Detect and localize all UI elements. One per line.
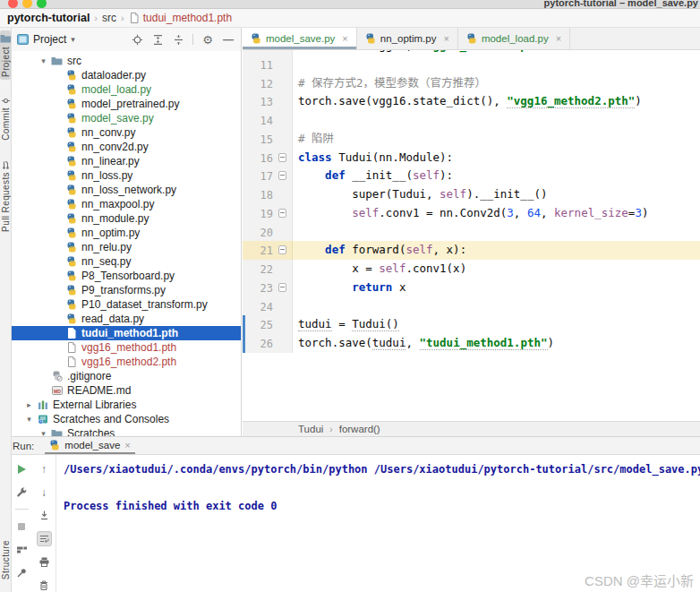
close-icon[interactable]: × — [443, 33, 448, 44]
code-line-19[interactable]: 19 self.conv1 = nn.Conv2d(3, 64, kernel_… — [243, 204, 700, 223]
code-line-22[interactable]: 22 x = self.conv1(x) — [243, 260, 700, 279]
down-the-stack-trace-icon[interactable]: ↓ — [37, 485, 52, 500]
fold-marker-icon[interactable] — [278, 209, 286, 218]
project-panel-title[interactable]: Project — [33, 33, 66, 46]
tree-item-scratches[interactable]: ▾Scratches — [12, 426, 241, 436]
chevron-down-icon[interactable]: ▾ — [37, 56, 50, 65]
tree-item-tudui-method1-pth[interactable]: tudui_method1.pth — [12, 326, 241, 340]
close-window-button[interactable] — [8, 0, 18, 8]
code-line-12[interactable]: 12# 保存方式2，模型参数（官方推荐） — [243, 74, 700, 93]
code-line-15[interactable]: 15# 陷阱 — [243, 130, 700, 149]
tree-item-vgg16-method1-pth[interactable]: vgg16_method1.pth — [12, 340, 241, 355]
tab-model-save-py[interactable]: model_save.py× — [243, 28, 357, 49]
chevron-down-icon[interactable]: ▾ — [22, 415, 36, 424]
tree-item-nn-loss-py[interactable]: nn_loss.py — [12, 168, 241, 183]
chevron-down-icon[interactable]: ▾ — [37, 429, 50, 436]
breadcrumb-item-pytorch-tutorial[interactable]: pytorch-tutorial — [7, 12, 90, 24]
project-panel-icon — [17, 34, 29, 45]
console-line-2 — [64, 479, 700, 498]
code-line-26[interactable]: 26torch.save(tudui, "tudui_method1.pth") — [243, 334, 700, 353]
code-line-17[interactable]: 17 def __init__(self): — [243, 167, 700, 185]
tree-item-nn-maxpool-py[interactable]: nn_maxpool.py — [12, 197, 241, 211]
code-line-21[interactable]: 21 def forward(self, x): — [243, 241, 700, 260]
locate-file-icon[interactable] — [131, 33, 143, 46]
gutter-line-23: 23 — [243, 279, 293, 297]
tree-item-model-load-py[interactable]: model_load.py — [12, 82, 241, 97]
breadcrumb-item-tudui-method1-pth[interactable]: tudui_method1.pth — [143, 12, 232, 24]
tool-button-pull-requests[interactable]: Pull Requests — [0, 158, 11, 235]
close-icon[interactable]: × — [556, 33, 561, 44]
code-line-24[interactable]: 24 — [243, 297, 700, 316]
breadcrumb-item-src[interactable]: src — [102, 12, 116, 24]
tree-item-model-pretrained-py[interactable]: model_pretrained.py — [12, 97, 241, 111]
code-line-13[interactable]: 13torch.save(vgg16.state_dict(), "vgg16_… — [243, 92, 700, 111]
edit-configurations-icon[interactable] — [14, 485, 30, 500]
stop-icon[interactable] — [14, 519, 30, 534]
tool-button-commit[interactable]: Commit — [0, 94, 11, 143]
tree-item-nn-linear-py[interactable]: nn_linear.py — [12, 154, 241, 168]
tree-item-vgg16-method2-pth[interactable]: vgg16_method2.pth — [12, 355, 241, 369]
code-editor[interactable]: 10torch.save(vgg16, "vgg16_method1.pth")… — [243, 50, 700, 421]
tree-item-nn-conv2d-py[interactable]: nn_conv2d.py — [12, 140, 241, 154]
chevron-right-icon[interactable]: ▸ — [22, 400, 36, 409]
code-line-16[interactable]: 16class Tudui(nn.Module): — [243, 149, 700, 167]
tree-item-gitignore[interactable]: .gitignore — [12, 369, 241, 383]
rerun-icon[interactable] — [14, 461, 30, 476]
tab-model-load-py[interactable]: model_load.py× — [458, 28, 570, 49]
tree-item-scratches-and-consoles[interactable]: ▾Scratches and Consoles — [12, 412, 241, 426]
breadcrumb-class[interactable]: Tudui — [298, 424, 323, 434]
close-icon[interactable]: × — [342, 33, 347, 44]
tree-item-nn-conv-py[interactable]: nn_conv.py — [12, 125, 241, 140]
pin-tab-icon[interactable] — [14, 565, 30, 580]
code-line-11[interactable]: 11 — [243, 56, 700, 74]
breadcrumb-method[interactable]: forward() — [339, 424, 380, 434]
chevron-down-icon[interactable]: ▾ — [71, 35, 75, 44]
print-icon[interactable] — [37, 554, 52, 570]
hide-panel-icon[interactable]: — — [222, 33, 235, 46]
tree-item-nn-relu-py[interactable]: nn_relu.py — [12, 240, 241, 254]
code-line-25[interactable]: 25tudui = Tudui() — [243, 315, 700, 334]
project-icon — [0, 33, 12, 44]
close-icon[interactable]: × — [124, 440, 130, 450]
fold-marker-icon[interactable] — [278, 153, 286, 162]
code-line-18[interactable]: 18 super(Tudui, self).__init__() — [243, 185, 700, 204]
tree-item-p10-dataset-transform-py[interactable]: P10_dataset_transform.py — [12, 297, 241, 312]
tree-item-read-data-py[interactable]: read_data.py — [12, 312, 241, 326]
tool-button-project[interactable]: Project — [0, 30, 11, 80]
tree-item-label: Scratches — [67, 427, 115, 436]
collapse-all-icon[interactable] — [172, 33, 184, 46]
tree-item-nn-loss-network-py[interactable]: nn_loss_network.py — [12, 183, 241, 197]
tree-item-label: nn_conv2d.py — [81, 141, 149, 153]
fold-marker-icon[interactable] — [278, 171, 286, 180]
clear-all-icon[interactable] — [37, 578, 52, 592]
tab-nn-optim-py[interactable]: nn_optim.py× — [357, 28, 458, 49]
tree-item-p8-tensorboard-py[interactable]: P8_Tensorboard.py — [12, 269, 241, 283]
code-line-14[interactable]: 14 — [243, 111, 700, 130]
fold-marker-icon[interactable] — [278, 245, 286, 254]
python-file-icon — [64, 299, 78, 310]
soft-wrap-icon[interactable] — [37, 531, 52, 546]
tree-item-p9-transforms-py[interactable]: P9_transforms.py — [12, 283, 241, 297]
tool-button-structure[interactable]: Structure — [1, 540, 11, 579]
tree-item-nn-optim-py[interactable]: nn_optim.py — [12, 226, 241, 240]
code-line-23[interactable]: 23 return x — [243, 279, 700, 297]
tree-item-external-libraries[interactable]: ▸External Libraries — [12, 398, 241, 412]
tree-item-dataloader-py[interactable]: dataloader.py — [12, 68, 241, 82]
fold-marker-icon[interactable] — [278, 283, 286, 292]
run-tab-model-save[interactable]: model_save × — [45, 437, 134, 454]
up-the-stack-trace-icon[interactable]: ↑ — [37, 461, 52, 476]
tree-item-src[interactable]: ▾src — [12, 54, 241, 68]
restore-layout-icon[interactable] — [14, 542, 30, 557]
tree-item-label: vgg16_method2.pth — [81, 356, 176, 368]
tree-item-nn-seq-py[interactable]: nn_seq.py — [12, 254, 241, 269]
settings-icon[interactable]: ⚙ — [201, 33, 214, 46]
expand-all-icon[interactable] — [151, 33, 164, 46]
minimize-window-button[interactable] — [22, 0, 32, 8]
tree-item-nn-module-py[interactable]: nn_module.py — [12, 211, 241, 226]
scroll-to-end-icon[interactable] — [37, 508, 52, 523]
tree-item-readme-md[interactable]: MDREADME.md — [12, 383, 241, 398]
code-line-20[interactable]: 20 — [243, 223, 700, 242]
tree-item-model-save-py[interactable]: model_save.py — [12, 111, 241, 125]
zoom-window-button[interactable] — [37, 0, 47, 8]
gutter-line-16: 16 — [243, 149, 293, 167]
